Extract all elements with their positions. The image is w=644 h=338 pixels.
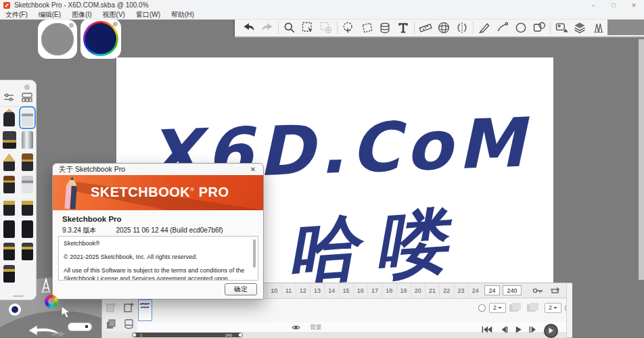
- onion-next-dropdown[interactable]: 2: [545, 303, 561, 313]
- next-frame-icon[interactable]: [528, 324, 538, 337]
- stroke-icon[interactable]: [495, 20, 510, 35]
- ok-button[interactable]: 确定: [225, 283, 257, 295]
- add-selection-icon[interactable]: [341, 20, 356, 35]
- deselect-icon[interactable]: [319, 20, 334, 35]
- brush-puck[interactable]: [38, 20, 77, 59]
- onion-skin-icon[interactable]: [123, 318, 134, 329]
- puck-handle-dot[interactable]: [113, 22, 118, 26]
- current-color-dot[interactable]: [9, 304, 21, 316]
- dual-brush-icon[interactable]: [591, 20, 605, 35]
- brush-item[interactable]: [3, 153, 15, 171]
- ruler-number[interactable]: 19: [396, 283, 411, 298]
- close-button[interactable]: ✕: [624, 0, 644, 10]
- brush-item[interactable]: [3, 131, 16, 149]
- brush-item[interactable]: [22, 153, 33, 171]
- ruler-number[interactable]: 17: [367, 283, 382, 298]
- dialog-close-icon[interactable]: ✕: [248, 164, 258, 174]
- ruler-number[interactable]: 16: [353, 283, 367, 298]
- brush-item[interactable]: [22, 109, 33, 126]
- brush-item[interactable]: [22, 131, 33, 149]
- zoom-icon[interactable]: [282, 20, 297, 35]
- brush-item[interactable]: [3, 220, 15, 238]
- minimize-button[interactable]: –: [583, 0, 603, 10]
- maximize-button[interactable]: □: [603, 0, 624, 10]
- add-frame-before-icon[interactable]: [106, 301, 116, 312]
- selection-icon[interactable]: [300, 20, 315, 35]
- sliders-icon[interactable]: [3, 93, 14, 105]
- dialog-title-bar[interactable]: 关于 Sketchbook Pro ✕: [53, 164, 263, 175]
- menu-item[interactable]: 窗口(W): [131, 10, 166, 20]
- brush-item[interactable]: [22, 198, 33, 216]
- current-frame-input[interactable]: [484, 285, 500, 295]
- ruler-number[interactable]: 15: [339, 283, 353, 298]
- shapes-icon[interactable]: [532, 20, 547, 35]
- redo-swoosh-icon[interactable]: [50, 328, 66, 338]
- vertical-scrollbar[interactable]: [639, 39, 644, 280]
- color-puck-disc[interactable]: [83, 21, 118, 56]
- text-icon[interactable]: [396, 20, 411, 35]
- scroll-start-knob[interactable]: [132, 333, 137, 337]
- ruler-number[interactable]: 11: [281, 283, 296, 298]
- ruler-number[interactable]: 20: [411, 283, 425, 298]
- timeline-scrollbar[interactable]: 1 240: [133, 333, 242, 337]
- brush-item[interactable]: [22, 176, 33, 193]
- panel-close-dot-icon[interactable]: [24, 84, 30, 90]
- menu-item[interactable]: 帮助(H): [166, 10, 200, 20]
- ruler-number[interactable]: 12: [296, 283, 310, 298]
- timeline-right-scrollbar[interactable]: [566, 283, 572, 337]
- ruler-number[interactable]: 23: [454, 283, 468, 298]
- brush-item[interactable]: [22, 220, 33, 238]
- layers-icon[interactable]: [572, 20, 587, 35]
- panel-resize-handle[interactable]: [13, 295, 24, 297]
- color-puck[interactable]: [80, 18, 121, 59]
- brush-item[interactable]: [3, 265, 15, 283]
- menu-item[interactable]: 文件(F): [0, 10, 33, 20]
- puck-handle-dot[interactable]: [69, 23, 74, 28]
- ruler-number[interactable]: 10: [267, 283, 281, 298]
- predictive-stroke-icon[interactable]: [477, 20, 492, 35]
- ruler-number[interactable]: 13: [310, 283, 324, 298]
- duplicate-frame-icon[interactable]: [106, 318, 116, 329]
- brush-item[interactable]: [22, 243, 33, 260]
- color-wheel-mini-icon[interactable]: [45, 295, 58, 308]
- ellipse-icon[interactable]: [513, 20, 528, 35]
- brush-library-icon[interactable]: [22, 93, 32, 105]
- ruler-number[interactable]: 18: [382, 283, 396, 298]
- symmetry-icon[interactable]: [455, 20, 469, 35]
- skip-to-start-icon[interactable]: [481, 324, 492, 337]
- ruler-number[interactable]: 14: [324, 283, 338, 298]
- play-button[interactable]: [544, 324, 558, 338]
- previous-frame-icon[interactable]: [499, 324, 508, 337]
- fill-icon[interactable]: [377, 20, 392, 35]
- scroll-end-knob[interactable]: [238, 333, 243, 337]
- add-frame-icon[interactable]: [123, 301, 134, 312]
- brush-item[interactable]: [3, 198, 15, 216]
- undo-icon[interactable]: [242, 20, 256, 35]
- ruler-number[interactable]: 24: [468, 283, 482, 298]
- ruler-icon[interactable]: [418, 20, 433, 35]
- total-frames-input[interactable]: [503, 285, 522, 295]
- menu-item[interactable]: 图像(I): [66, 10, 97, 20]
- redo-icon[interactable]: [260, 20, 275, 35]
- ruler-number[interactable]: 21: [425, 283, 439, 298]
- onion-prev-dropdown[interactable]: 2: [489, 303, 506, 313]
- frame-thumbnail[interactable]: [138, 299, 152, 321]
- brush-item[interactable]: [3, 109, 15, 126]
- menu-item[interactable]: 编辑(E): [33, 10, 66, 20]
- brush-puck-disc[interactable]: [41, 23, 74, 55]
- slider-pill[interactable]: [68, 322, 92, 331]
- onion-prev-radio[interactable]: [478, 304, 486, 312]
- key-icon[interactable]: [532, 285, 543, 297]
- perspective-icon[interactable]: [436, 20, 451, 35]
- license-scrollbar-thumb[interactable]: [253, 239, 256, 268]
- license-textbox[interactable]: Sketchbook®© 2021-2025 Sketchbook, Inc. …: [58, 236, 258, 281]
- brush-item[interactable]: [3, 176, 15, 193]
- ruler-number[interactable]: 22: [439, 283, 453, 298]
- import-image-icon[interactable]: [554, 20, 569, 35]
- brush-item[interactable]: [3, 243, 15, 260]
- brush-tab-icon[interactable]: [38, 276, 54, 297]
- loop-icon[interactable]: [550, 285, 560, 297]
- menu-item[interactable]: 视图(V): [97, 10, 131, 20]
- play-icon[interactable]: [514, 324, 522, 337]
- transform-icon[interactable]: [359, 20, 374, 35]
